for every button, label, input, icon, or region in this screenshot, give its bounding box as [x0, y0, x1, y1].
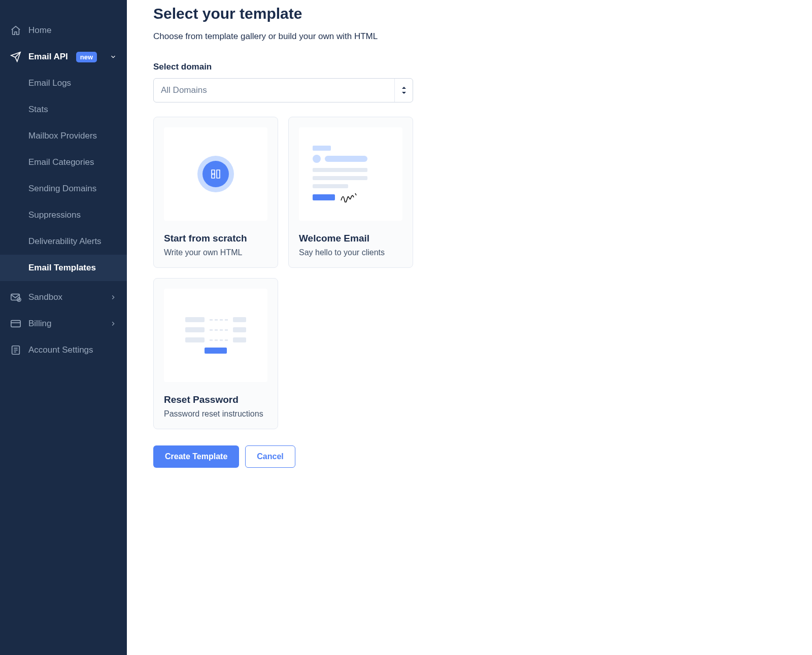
chevron-right-icon [110, 320, 117, 327]
new-badge: new [76, 52, 97, 62]
template-desc: Say hello to your clients [299, 248, 402, 257]
code-icon [202, 161, 229, 187]
template-card-welcome[interactable]: Welcome Email Say hello to your clients [288, 117, 413, 268]
sidebar-label-account-settings: Account Settings [28, 345, 93, 355]
sidebar-label: Email Templates [28, 263, 96, 273]
sidebar-item-sandbox[interactable]: Sandbox [0, 284, 127, 311]
sidebar-label-billing: Billing [28, 319, 51, 329]
sidebar-item-suppressions[interactable]: Suppressions [0, 202, 127, 228]
chevron-down-icon [110, 53, 117, 60]
document-icon [10, 344, 21, 356]
sidebar-item-billing[interactable]: Billing [0, 311, 127, 337]
credit-card-icon [10, 318, 21, 329]
sidebar-label: Email Logs [28, 78, 71, 88]
email-api-subnav: Email Logs Stats Mailbox Providers Email… [0, 70, 127, 281]
create-template-button[interactable]: Create Template [153, 445, 239, 468]
domain-select[interactable]: All Domains [153, 78, 413, 102]
svg-rect-0 [11, 294, 20, 300]
sidebar-item-email-templates[interactable]: Email Templates [0, 255, 127, 281]
sidebar-label: Sending Domains [28, 184, 96, 194]
sidebar-label: Email Categories [28, 157, 94, 167]
template-card-reset[interactable]: Reset Password Password reset instructio… [153, 278, 278, 429]
footer-actions: Create Template Cancel [153, 445, 786, 468]
chevron-right-icon [110, 294, 117, 301]
sidebar-label: Deliverability Alerts [28, 236, 101, 247]
template-desc: Password reset instructions [164, 409, 267, 419]
main-content: Select your template Choose from templat… [127, 0, 812, 655]
page-title: Select your template [153, 5, 786, 22]
sidebar-label: Suppressions [28, 210, 81, 220]
template-title: Start from scratch [164, 233, 267, 244]
signature-icon [340, 192, 360, 202]
sidebar-label: Mailbox Providers [28, 131, 97, 141]
sidebar-label: Stats [28, 105, 48, 115]
home-icon [10, 25, 21, 36]
select-caret-icon [394, 79, 413, 102]
domain-field-label: Select domain [153, 62, 786, 72]
mail-plus-icon [10, 292, 21, 303]
sidebar: Home Email API new Email Logs Stats Mail… [0, 0, 127, 655]
sidebar-label-sandbox: Sandbox [28, 292, 62, 302]
template-preview-reset [164, 289, 267, 382]
send-icon [10, 51, 21, 62]
template-grid: Start from scratch Write your own HTML [153, 117, 427, 429]
template-desc: Write your own HTML [164, 248, 267, 257]
template-preview-scratch [164, 127, 267, 221]
sidebar-item-email-api[interactable]: Email API new [0, 44, 127, 70]
sidebar-item-deliverability-alerts[interactable]: Deliverability Alerts [0, 228, 127, 255]
template-title: Reset Password [164, 394, 267, 405]
sidebar-item-sending-domains[interactable]: Sending Domains [0, 176, 127, 202]
sidebar-item-stats[interactable]: Stats [0, 96, 127, 123]
template-card-scratch[interactable]: Start from scratch Write your own HTML [153, 117, 278, 268]
sidebar-item-email-categories[interactable]: Email Categories [0, 149, 127, 176]
domain-selected-value: All Domains [161, 85, 207, 95]
page-subtitle: Choose from template gallery or build yo… [153, 31, 786, 42]
svg-rect-2 [11, 321, 20, 327]
sidebar-label-home: Home [28, 25, 51, 36]
sidebar-item-email-logs[interactable]: Email Logs [0, 70, 127, 96]
template-preview-welcome [299, 127, 402, 221]
cancel-button[interactable]: Cancel [245, 445, 295, 468]
sidebar-item-account-settings[interactable]: Account Settings [0, 337, 127, 363]
sidebar-item-mailbox-providers[interactable]: Mailbox Providers [0, 123, 127, 149]
sidebar-label-email-api: Email API [28, 52, 68, 62]
template-title: Welcome Email [299, 233, 402, 244]
sidebar-item-home[interactable]: Home [0, 17, 127, 44]
